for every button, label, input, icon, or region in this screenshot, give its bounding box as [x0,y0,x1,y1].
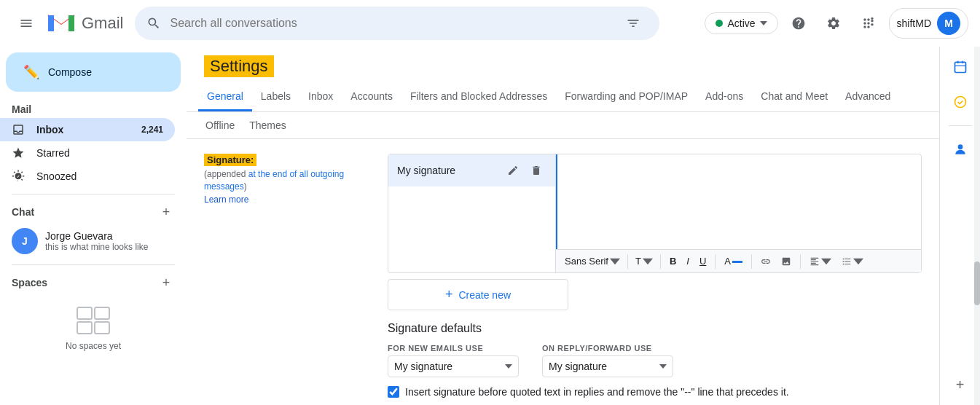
inbox-icon [12,123,25,136]
sidebar-item-snoozed[interactable]: Snoozed [0,165,175,188]
svg-rect-6 [95,322,109,334]
reply-forward-select[interactable]: My signature [542,355,673,377]
image-button[interactable] [777,253,796,270]
spaces-add-button[interactable]: + [157,274,175,291]
tab-inbox[interactable]: Inbox [299,83,342,111]
tab-filters[interactable]: Filters and Blocked Addresses [401,83,556,111]
avatar-letter: M [944,17,953,29]
search-input[interactable] [170,17,610,30]
inbox-label: Inbox [36,124,63,135]
starred-label: Starred [36,147,70,159]
tasks-icon-btn[interactable] [946,87,975,117]
settings-title: Settings [204,55,274,77]
tab-forwarding[interactable]: Forwarding and POP/IMAP [556,83,697,111]
font-size-button[interactable]: T [632,254,656,268]
sidebar-item-inbox[interactable]: Inbox 2,241 [0,118,175,141]
create-new-button[interactable]: + Create new [388,279,568,310]
settings-heading: Settings [187,47,939,77]
align-button[interactable] [805,253,836,270]
apps-button[interactable] [854,9,883,38]
help-button[interactable] [784,9,813,38]
filter-icon[interactable] [619,9,648,38]
svg-point-11 [954,97,965,108]
learn-more-link[interactable]: Learn more [204,194,248,205]
signature-control-col: My signature [388,154,922,398]
signature-edit-button[interactable] [503,160,523,181]
subtab-offline[interactable]: Offline [198,115,242,135]
list-icon [842,256,852,267]
active-label: Active [727,17,755,29]
link-button[interactable] [756,253,775,270]
account-area[interactable]: shiftMD M [889,8,968,39]
search-bar[interactable] [135,7,659,40]
toolbar-sep-4 [751,254,752,269]
font-family-select[interactable]: Sans Serif [562,254,623,268]
svg-rect-2 [68,15,74,31]
insert-signature-checkbox[interactable] [388,386,399,398]
delete-icon [530,165,542,176]
topbar-right: Active shiftMD M [705,8,968,39]
image-icon [781,256,791,267]
create-new-label: Create new [458,289,511,301]
insert-signature-checkbox-label[interactable]: Insert signature before quoted text in r… [388,386,922,398]
font-color-button[interactable]: A [720,253,747,270]
chat-add-button[interactable]: + [157,203,175,221]
account-name: shiftMD [897,17,931,29]
tab-advanced[interactable]: Advanced [836,83,899,111]
search-icon [146,16,161,31]
chat-section-header: Chat + [0,200,187,224]
inbox-badge: 2,241 [141,125,163,135]
gmail-wordmark: Gmail [82,14,123,33]
bold-button[interactable]: B [665,253,681,270]
list-button[interactable] [837,253,868,270]
svg-rect-4 [95,307,109,319]
new-emails-select[interactable]: My signature [388,355,519,377]
tab-general[interactable]: General [198,83,252,111]
tab-labels[interactable]: Labels [252,83,299,111]
signature-defaults-section: Signature defaults FOR NEW EMAILS USE My… [388,322,922,398]
signature-list-item[interactable]: My signature [388,154,555,186]
signature-editor-area: Sans Serif T B I U [556,154,921,272]
font-color-bar [732,261,742,263]
contacts-icon-btn[interactable] [946,135,975,164]
active-button[interactable]: Active [705,12,777,34]
signature-text-input[interactable] [556,154,921,249]
toolbar-sep-5 [800,254,801,269]
signature-actions [503,160,546,181]
signature-note: (appended at the end of all outgoing mes… [204,168,364,193]
svg-rect-7 [954,62,965,72]
calendar-icon-btn[interactable] [946,52,975,82]
chat-item-jorge[interactable]: J Jorge Guevara this is what mine looks … [0,224,187,259]
right-sidebar-add[interactable]: + [956,377,965,399]
avatar: M [937,12,960,35]
spaces-empty-area: No spaces yet [0,294,187,363]
font-family-value: Sans Serif [565,256,608,267]
sidebar-item-starred[interactable]: Starred [0,141,175,165]
compose-button[interactable]: ✏️ Compose [6,52,181,92]
settings-button[interactable] [819,9,848,38]
tab-accounts[interactable]: Accounts [342,83,401,111]
scrollbar-thumb[interactable] [974,262,980,305]
active-dot [716,20,723,27]
tab-addons[interactable]: Add-ons [697,83,752,111]
tab-chat[interactable]: Chat and Meet [752,83,836,111]
signature-editor-container: My signature [388,154,922,273]
signature-toolbar: Sans Serif T B I U [556,249,921,272]
italic-button[interactable]: I [682,253,694,270]
signature-list: My signature [388,154,556,272]
chat-user-name: Jorge Guevara [45,230,148,242]
signature-delete-button[interactable] [526,160,546,181]
subtab-themes[interactable]: Themes [242,115,294,135]
right-sidebar-plus-icon: + [956,377,965,393]
right-sidebar: + [939,47,980,405]
create-plus-icon: + [445,287,453,302]
scrollbar-track [974,47,980,405]
reply-forward-col: ON REPLY/FORWARD USE My signature [542,344,673,377]
toolbar-sep-3 [715,254,716,269]
settings-body: Signature: (appended at the end of all o… [187,139,939,405]
menu-icon[interactable] [12,9,41,38]
spaces-empty-text: No spaces yet [66,341,121,351]
underline-button[interactable]: U [695,253,710,270]
signature-name: My signature [397,165,455,176]
sidebar-divider-2 [12,264,175,265]
